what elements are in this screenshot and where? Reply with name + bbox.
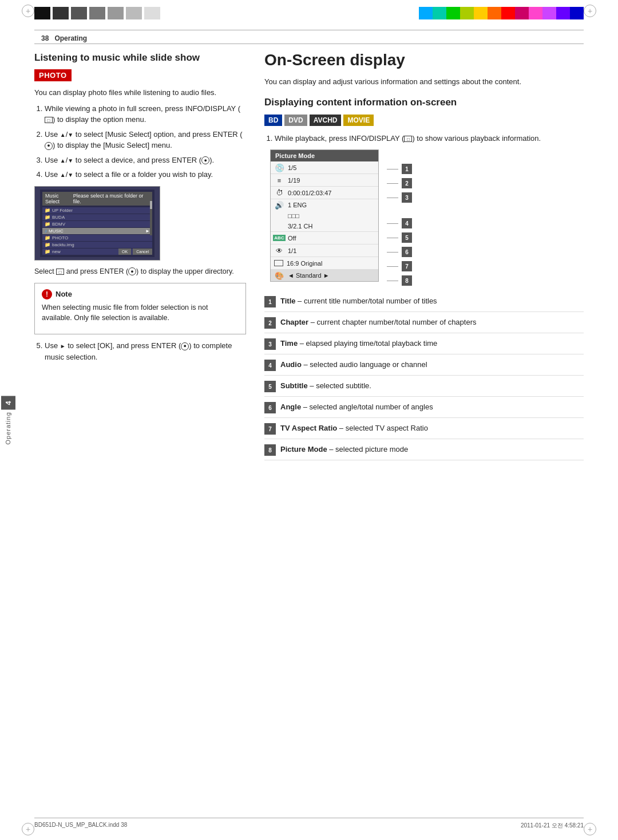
arrow-right: ► — [60, 343, 66, 349]
reg-mark-bl — [22, 823, 34, 835]
main-content: Listening to music while slide show PHOT… — [34, 52, 584, 788]
description-list: 1 Title – current title number/total num… — [264, 295, 584, 460]
left-step-3: Use ▲/▼ to select a device, and press EN… — [45, 155, 246, 166]
pp-value-3: 0:00:01/2:03:47 — [288, 190, 375, 196]
desc-item-7: 7 TV Aspect Ratio – selected TV aspect R… — [264, 423, 584, 439]
footer: BD651D-N_US_MP_BALCK.indd 38 2011-01-21 … — [34, 818, 584, 830]
pn-line-1 — [387, 169, 398, 169]
desc-num-4: 4 — [264, 360, 276, 371]
picture-panel-container: Picture Mode 💿 1/5 ≡ 1/19 ⏱ 0:00:01/2: — [270, 149, 379, 282]
desc-item-5: 5 Subtitle – selected subtitle. — [264, 380, 584, 397]
desc-num-2: 2 — [264, 317, 276, 329]
desc-num-5: 5 — [264, 381, 276, 392]
pn-item-6: 6 — [387, 247, 412, 257]
note-title: ! Note — [42, 289, 239, 299]
pp-audio-line2: □□□ — [274, 212, 299, 219]
pp-header: Picture Mode — [271, 150, 378, 161]
cancel-button[interactable]: Cancel — [133, 249, 152, 255]
right-step-1: While playback, press INFO/DISPLAY (□) t… — [275, 133, 584, 144]
footer-filename: BD651D-N_US_MP_BALCK.indd 38 — [34, 822, 127, 830]
pp-row-2: ≡ 1/19 — [271, 174, 378, 187]
right-main-title: On-Screen display — [264, 52, 584, 69]
desc-text-7: TV Aspect Ratio – selected TV aspect Rat… — [280, 423, 584, 434]
music-icon: ♪ — [45, 228, 47, 234]
desc-item-1: 1 Title – current title number/total num… — [264, 295, 584, 312]
pp-row-3: ⏱ 0:00:01/2:03:47 — [271, 187, 378, 199]
ss-row-upfolder: 📁 UP Folder — [42, 207, 152, 214]
ss-rows: 📁 UP Folder 📁 BUDA 📁 BDMV ♪ MUSIC ► 📁 PH… — [42, 207, 152, 255]
pp-icon-8: 🎨 — [274, 271, 284, 279]
desc-text-6: Angle – selected angle/total number of a… — [280, 401, 584, 413]
sidebar-number: 4 — [1, 396, 15, 409]
pp-row-8: 🎨 ◄ Standard ► — [271, 270, 378, 281]
desc-num-7: 7 — [264, 423, 276, 435]
ss-scrollbar-thumb — [150, 201, 152, 209]
color-bar-top — [34, 7, 584, 19]
badge-bd: BD — [264, 115, 282, 126]
format-badges: BD DVD AVCHD MOVIE — [264, 115, 584, 126]
folder-icon6: 📁 — [45, 249, 50, 254]
display-icon: □ — [45, 117, 53, 123]
left-column: Listening to music while slide show PHOT… — [34, 52, 246, 788]
footer-content: BD651D-N_US_MP_BALCK.indd 38 2011-01-21 … — [34, 822, 584, 830]
ss-row-backtu: 📁 backtu.img — [42, 242, 152, 248]
folder-icon5: 📁 — [45, 242, 50, 247]
page-number: 38 — [41, 34, 49, 42]
left-steps-cont: Use ► to select [OK], and press ENTER (●… — [45, 340, 246, 362]
arrow-up2: ▲ — [60, 157, 66, 164]
chapter-label: Operating — [54, 34, 87, 42]
left-step-1: While viewing a photo in full screen, pr… — [45, 103, 246, 125]
desc-num-6: 6 — [264, 402, 276, 413]
pn-item-7: 7 — [387, 261, 412, 271]
footer-date: 2011-01-21 오전 4:58:21 — [521, 822, 584, 830]
ok-button[interactable]: OK — [118, 249, 131, 255]
right-column: On-Screen display You can display and ad… — [264, 52, 584, 788]
left-step-5: Use ► to select [OK], and press ENTER (●… — [45, 340, 246, 362]
pp-value-1: 1/5 — [288, 164, 375, 171]
pn-badge-6: 6 — [402, 247, 412, 257]
desc-text-1: Title – current title number/total numbe… — [280, 295, 584, 307]
pp-value-5: Off — [288, 235, 375, 242]
pn-badge-8: 8 — [402, 275, 412, 286]
badge-dvd: DVD — [284, 115, 307, 126]
pn-item-5: 5 — [387, 232, 412, 243]
sidebar: 4 Operating — [0, 396, 16, 445]
pp-icon-1: 💿 — [274, 164, 284, 172]
pn-item-3: 3 — [387, 192, 412, 203]
music-select-screenshot: Music Select Please select a music folde… — [34, 186, 160, 261]
photo-badge: PHOTO — [34, 69, 72, 81]
pp-value-7: 16:9 Original — [287, 260, 375, 267]
infodisplay-icon: □ — [404, 136, 412, 142]
page-header: 38 Operating — [41, 34, 87, 42]
pp-row-4: 🔊 1 ENG □□□ 3/2.1 CH — [271, 199, 378, 232]
pn-item-4: 4 — [387, 218, 412, 228]
folder-icon: 📁 — [45, 208, 50, 213]
abc-badge: ABC — [273, 235, 285, 241]
folder-icon3: 📁 — [45, 222, 50, 227]
left-section-title: Listening to music while slide show — [34, 52, 246, 64]
pp-value-8: ◄ Standard ► — [288, 272, 375, 279]
desc-item-6: 6 Angle – selected angle/total number of… — [264, 401, 584, 418]
arrow-down: ▼ — [68, 132, 73, 138]
desc-item-3: 3 Time – elapsed playing time/total play… — [264, 338, 584, 354]
pp-audio-line1: 1 ENG — [288, 202, 307, 208]
picture-panel: Picture Mode 💿 1/5 ≡ 1/19 ⏱ 0:00:01/2: — [270, 149, 379, 282]
ss-arrow: ► — [145, 228, 150, 234]
note-text: When selecting music file from folder se… — [42, 302, 239, 324]
pp-icon-7 — [274, 260, 283, 266]
left-step-4: Use ▲/▼ to select a file or a folder you… — [45, 169, 246, 180]
arrow-up: ▲ — [60, 132, 66, 138]
pp-icon-6: 👁 — [274, 247, 284, 255]
desc-item-8: 8 Picture Mode – selected picture mode — [264, 444, 584, 460]
right-intro: You can display and adjust various infor… — [264, 76, 584, 88]
picture-panel-wrap: Picture Mode 💿 1/5 ≡ 1/19 ⏱ 0:00:01/2: — [270, 149, 584, 287]
footer-divider — [34, 818, 584, 818]
caption-enter-btn: ● — [128, 267, 136, 275]
sidebar-label: Operating — [5, 412, 11, 444]
pn-badge-7: 7 — [402, 261, 412, 271]
ss-scrollbar — [150, 201, 152, 235]
desc-text-2: Chapter – current chapter number/total n… — [280, 317, 584, 328]
note-box: ! Note When selecting music file from fo… — [34, 283, 246, 335]
pn-badge-4: 4 — [402, 218, 412, 228]
reg-mark-tr — [584, 5, 596, 17]
